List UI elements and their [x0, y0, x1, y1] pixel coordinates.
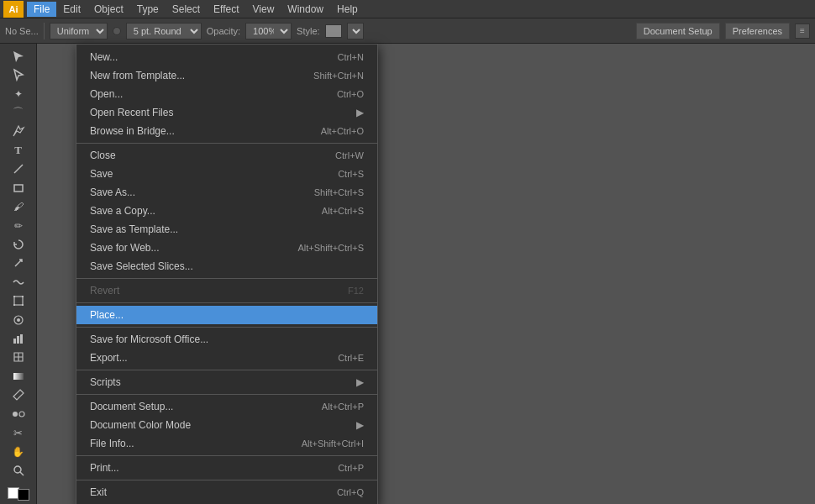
menu-item-open-recent[interactable]: Open Recent Files ▶: [76, 103, 377, 122]
svg-rect-3: [13, 296, 15, 297]
file-menu: New... Ctrl+N New from Template... Shift…: [76, 44, 378, 504]
menu-item-save-web[interactable]: Save for Web... Alt+Shift+Ctrl+S: [76, 239, 377, 257]
svg-line-16: [20, 472, 24, 475]
selection-tool[interactable]: [8, 47, 29, 65]
svg-rect-2: [14, 297, 23, 305]
menu-effect[interactable]: Effect: [207, 2, 245, 17]
menu-item-exit[interactable]: Exit Ctrl+Q: [76, 483, 377, 501]
menu-item-document-setup[interactable]: Document Setup... Alt+Ctrl+P: [76, 397, 377, 416]
menu-item-place[interactable]: Place...: [76, 306, 377, 324]
warp-tool[interactable]: [8, 273, 29, 291]
svg-rect-11: [20, 334, 23, 344]
document-setup-button[interactable]: Document Setup: [636, 23, 720, 39]
menu-item-document-color-mode[interactable]: Document Color Mode ▶: [76, 416, 377, 434]
menu-edit[interactable]: Edit: [56, 2, 87, 17]
svg-rect-4: [22, 296, 24, 297]
app-logo: Ai: [3, 1, 24, 18]
pencil-tool[interactable]: ✏: [8, 217, 29, 234]
menu-item-file-info[interactable]: File Info... Alt+Shift+Ctrl+I: [76, 434, 377, 453]
menu-item-save-ms-office[interactable]: Save for Microsoft Office...: [76, 330, 377, 349]
gradient-tool[interactable]: [8, 367, 29, 385]
separator-8: [76, 480, 377, 480]
menu-window[interactable]: Window: [281, 2, 330, 17]
toolbar-sep-1: [44, 23, 45, 39]
separator-2: [76, 278, 377, 279]
menu-item-new-from-template[interactable]: New from Template... Shift+Ctrl+N: [76, 66, 377, 85]
menu-view[interactable]: View: [246, 2, 281, 17]
menu-type[interactable]: Type: [130, 2, 166, 17]
lasso-tool[interactable]: ⌒: [8, 103, 29, 121]
menu-item-save-copy[interactable]: Save a Copy... Alt+Ctrl+S: [76, 202, 377, 220]
svg-rect-5: [13, 304, 15, 306]
canvas-area: New... Ctrl+N New from Template... Shift…: [37, 44, 815, 504]
svg-point-15: [14, 466, 21, 473]
pen-tool[interactable]: [8, 123, 29, 140]
line-tool[interactable]: [8, 160, 29, 178]
options-toolbar: No Se... Uniform 5 pt. Round Opacity: 10…: [0, 18, 815, 44]
separator-5: [76, 370, 377, 370]
svg-rect-6: [22, 304, 24, 306]
type-tool[interactable]: T: [8, 141, 29, 159]
menu-bar: Ai File Edit Object Type Select Effect V…: [0, 0, 815, 18]
rectangle-tool[interactable]: [8, 179, 29, 197]
menu-item-save-template[interactable]: Save as Template...: [76, 220, 377, 239]
blend-tool[interactable]: [8, 405, 29, 423]
svg-rect-12: [13, 373, 24, 380]
separator-6: [76, 394, 377, 395]
menu-item-open[interactable]: Open... Ctrl+O: [76, 85, 377, 103]
magic-wand-tool[interactable]: ✦: [8, 85, 29, 102]
menu-item-new[interactable]: New... Ctrl+N: [76, 48, 377, 66]
svg-point-14: [19, 412, 24, 417]
menu-item-browse[interactable]: Browse in Bridge... Alt+Ctrl+O: [76, 122, 377, 140]
menu-item-close[interactable]: Close Ctrl+W: [76, 146, 377, 165]
no-selection-label: No Se...: [5, 26, 39, 36]
main-area: ✦ ⌒ T 🖌 ✏ ✂ ✋ New...: [0, 44, 815, 504]
column-graph-tool[interactable]: [8, 329, 29, 347]
menu-item-save-slices[interactable]: Save Selected Slices...: [76, 257, 377, 276]
brush-dot: [113, 27, 121, 35]
svg-rect-10: [17, 336, 19, 344]
style-swatch[interactable]: [325, 24, 342, 38]
uniform-select[interactable]: Uniform: [50, 23, 108, 39]
zoom-tool[interactable]: [8, 461, 29, 479]
menu-item-export[interactable]: Export... Ctrl+E: [76, 349, 377, 367]
svg-point-13: [13, 412, 18, 417]
file-menu-dropdown: New... Ctrl+N New from Template... Shift…: [76, 44, 378, 504]
menu-select[interactable]: Select: [166, 2, 207, 17]
hand-tool[interactable]: ✋: [8, 443, 29, 460]
opacity-select[interactable]: 100%: [245, 23, 292, 39]
menu-item-scripts[interactable]: Scripts ▶: [76, 373, 377, 391]
menu-item-save-as[interactable]: Save As... Shift+Ctrl+S: [76, 183, 377, 202]
separator-1: [76, 143, 377, 144]
separator-4: [76, 327, 377, 328]
menu-object[interactable]: Object: [87, 2, 130, 17]
style-label: Style:: [297, 26, 320, 36]
separator-7: [76, 455, 377, 456]
svg-line-0: [14, 165, 23, 173]
menu-item-save[interactable]: Save Ctrl+S: [76, 165, 377, 183]
toolbar-options-icon[interactable]: ≡: [795, 24, 810, 39]
menu-file[interactable]: File: [27, 2, 56, 17]
free-transform-tool[interactable]: [8, 291, 29, 309]
eyedropper-tool[interactable]: [8, 386, 29, 404]
paintbrush-tool[interactable]: 🖌: [8, 197, 29, 215]
tools-panel: ✦ ⌒ T 🖌 ✏ ✂ ✋: [0, 44, 37, 504]
svg-rect-1: [14, 185, 23, 192]
scale-tool[interactable]: [8, 255, 29, 272]
brush-size-select[interactable]: 5 pt. Round: [126, 23, 202, 39]
opacity-label: Opacity:: [207, 26, 240, 36]
style-select[interactable]: [347, 23, 364, 39]
svg-rect-9: [13, 339, 16, 344]
separator-3: [76, 302, 377, 303]
svg-point-8: [17, 318, 20, 322]
direct-selection-tool[interactable]: [8, 66, 29, 83]
mesh-tool[interactable]: [8, 349, 29, 366]
menu-item-revert: Revert F12: [76, 281, 377, 300]
menu-item-print[interactable]: Print... Ctrl+P: [76, 459, 377, 477]
fill-stroke-widget[interactable]: [8, 487, 29, 501]
rotate-tool[interactable]: [8, 235, 29, 253]
scissors-tool[interactable]: ✂: [8, 423, 29, 441]
preferences-button[interactable]: Preferences: [725, 23, 790, 39]
menu-help[interactable]: Help: [330, 2, 365, 17]
symbol-sprayer-tool[interactable]: [8, 311, 29, 328]
